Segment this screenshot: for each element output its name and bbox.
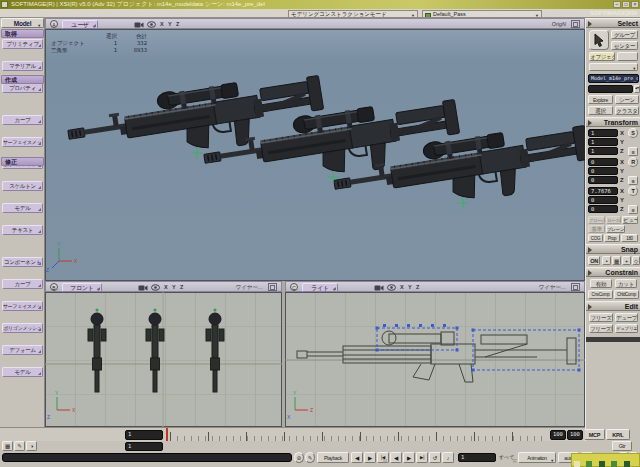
axis-toggle-y[interactable]: Y	[172, 284, 177, 290]
scale-y-field[interactable]: 1	[588, 138, 618, 146]
go-to-end-button[interactable]: ▶|	[416, 452, 428, 463]
selection-button[interactable]: 選択	[588, 106, 613, 115]
translate-axis-lock-button[interactable]: ≡	[628, 205, 638, 214]
timeline-scrollbar[interactable]	[2, 453, 292, 462]
playhead[interactable]	[166, 428, 168, 441]
cog-button[interactable]: COG	[588, 234, 603, 242]
rotate-x-field[interactable]: 0	[588, 158, 618, 166]
construction-mode-dropdown[interactable]: モデリングコンストラクションモード ▼	[288, 10, 418, 18]
translate-x-field[interactable]: 7.7676	[588, 187, 618, 195]
gtr-button[interactable]: Gtr	[612, 441, 632, 451]
group-button[interactable]: グループ	[611, 30, 638, 39]
kpl-toggle-button[interactable]: KP/L	[606, 429, 630, 440]
no-ghost-icon[interactable]: ⊘	[294, 452, 304, 463]
viewport-a-letter[interactable]: A	[50, 20, 58, 28]
current-frame-field[interactable]: 1	[125, 442, 163, 451]
loop-button[interactable]: ↺	[429, 452, 441, 463]
camera-icon[interactable]	[134, 21, 144, 28]
display-mode-menu[interactable]: ワイヤー…	[235, 284, 263, 291]
sidebar-button-text[interactable]: テキスト	[2, 225, 43, 235]
dupe-button[interactable]: デュープ	[615, 313, 638, 322]
edit-panel-header[interactable]: Edit	[586, 301, 640, 311]
mode-local-button[interactable]: ローカル	[606, 216, 621, 224]
axis-toggle-y[interactable]: Y	[168, 21, 173, 27]
playback-menu-button[interactable]: Playback	[317, 452, 349, 463]
maximize-button[interactable]: □	[622, 1, 630, 8]
eye-icon[interactable]	[387, 284, 396, 291]
sidebar-button-skeleton[interactable]: スケルトン	[2, 181, 43, 191]
mode-global-button[interactable]: グローバル	[588, 216, 605, 224]
snap-point-icon[interactable]: •	[602, 256, 611, 265]
sidebar-button-material[interactable]: マテリアル	[2, 61, 43, 71]
select-panel-header[interactable]: Select	[586, 18, 640, 28]
axis-toggle-y[interactable]: Y	[408, 284, 413, 290]
freeze-button[interactable]: フリーズ	[589, 313, 613, 322]
select-tool-button[interactable]	[589, 30, 609, 50]
edit-keys-icon[interactable]: ✎	[305, 452, 315, 463]
viewport-a-canvas[interactable]: 選択合計 オブジェクト1332 三角形18933	[45, 29, 585, 281]
toolbar-module-dropdown[interactable]: Model ▼	[1, 18, 44, 28]
sidebar-button-component[interactable]: コンポーネント	[2, 257, 43, 267]
timeline-start-field[interactable]: 1	[125, 430, 163, 440]
camera-icon[interactable]	[374, 284, 384, 291]
translate-mode-button[interactable]: T	[628, 186, 638, 196]
selection-filter-dropdown[interactable]: ▼	[589, 63, 638, 71]
eye-icon[interactable]	[151, 284, 160, 291]
tray-icon-3[interactable]	[599, 461, 605, 467]
axis-toggle-x[interactable]: X	[164, 284, 169, 290]
cluster-button[interactable]: クラスタ	[615, 106, 639, 115]
filter-extra-button[interactable]	[617, 52, 638, 61]
mode-ref-button[interactable]: 基準	[588, 225, 605, 233]
animation-menu-button[interactable]: Animation ▼	[518, 452, 556, 463]
scale-x-field[interactable]: 1	[588, 129, 618, 137]
pass-dropdown[interactable]: Default_Pass ▼	[422, 10, 542, 18]
close-button[interactable]: ×	[631, 1, 639, 8]
snap-on-toggle[interactable]: ON	[588, 256, 600, 265]
snap-facet-icon[interactable]: ◇	[632, 256, 640, 265]
axis-toggle-z[interactable]: Z	[176, 21, 180, 27]
tray-icon-1[interactable]	[574, 461, 580, 467]
sidebar-button-surface-mesh2[interactable]: サーフェイスメッシュ	[2, 301, 43, 311]
play-forward-button[interactable]: ▶	[403, 452, 415, 463]
viewport-a-camera-menu[interactable]: ユーザ ▼	[62, 20, 98, 29]
sidebar-button-primitive[interactable]: プリミティブ	[2, 39, 43, 49]
mcp-toggle-button[interactable]: MCP	[584, 429, 605, 440]
display-mode-menu[interactable]: ワイヤー…	[538, 284, 566, 291]
mode-plane-button[interactable]: プレーン	[606, 225, 625, 233]
viewport-resize-icon[interactable]	[268, 283, 277, 291]
scroll-arrows[interactable]: ▴▾	[634, 85, 640, 93]
sidebar-button-deform[interactable]: デフォーム	[2, 345, 43, 355]
scale-axis-lock-button[interactable]: ≡	[628, 147, 638, 156]
key-edit-tool-icon[interactable]: ✎	[14, 441, 25, 451]
key-stamp-tool-icon[interactable]: ◑	[26, 441, 37, 451]
mode-view-button[interactable]: ビュー	[622, 216, 638, 224]
audio-button[interactable]: ♪	[442, 452, 454, 463]
center-button[interactable]: センター	[611, 41, 638, 50]
play-backward-button[interactable]: ◀	[390, 452, 402, 463]
snap-curve-icon[interactable]: +	[622, 256, 631, 265]
constrain-active-button[interactable]: 有効	[590, 279, 612, 288]
snap-panel-header[interactable]: Snap	[586, 244, 640, 254]
explore-button[interactable]: Explore	[588, 95, 613, 104]
viewport-b-camera-menu[interactable]: フロント ▼	[62, 283, 102, 292]
minimize-button[interactable]: –	[613, 1, 621, 8]
prev-frame-button[interactable]: ◀	[351, 452, 363, 463]
key-select-tool-icon[interactable]: ▦	[2, 441, 13, 451]
viewport-resize-icon[interactable]	[571, 20, 580, 28]
tray-icon-4[interactable]	[611, 461, 617, 467]
sidebar-button-polygon-mesh2[interactable]: ポリゴンメッシュ	[2, 323, 43, 333]
rotate-z-field[interactable]: 0	[588, 176, 618, 184]
chld-comp-button[interactable]: ChldComp	[614, 290, 639, 299]
cns-comp-button[interactable]: CnsComp	[588, 290, 613, 299]
viewport-c-camera-menu[interactable]: ライト ▼	[302, 283, 338, 292]
constrain-panel-header[interactable]: Constrain	[586, 267, 640, 277]
scale-mode-button[interactable]: S	[628, 128, 638, 138]
next-frame-button[interactable]: ▶	[364, 452, 376, 463]
sidebar-button-curve[interactable]: カーブ	[2, 115, 43, 125]
duplicate-button[interactable]: デュプリエート	[615, 324, 638, 333]
scene-button[interactable]: シーン	[615, 95, 639, 104]
camera-icon[interactable]	[138, 284, 148, 291]
viewport-b-letter[interactable]: B	[50, 283, 58, 291]
scale-z-field[interactable]: 1	[588, 147, 618, 155]
sidebar-button-model[interactable]: モデル	[2, 203, 43, 213]
